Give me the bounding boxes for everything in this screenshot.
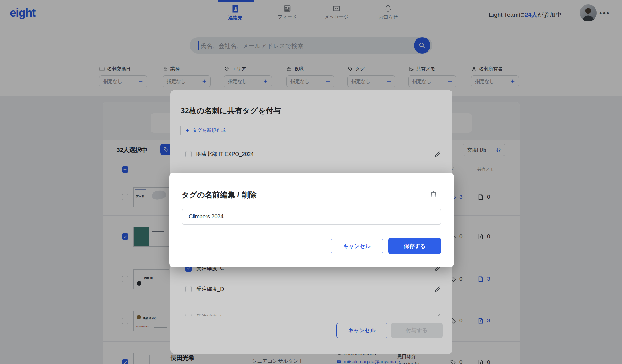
- save-button[interactable]: 保存する: [388, 238, 441, 254]
- edit-tag-modal: タグの名前編集 / 削除 キャンセル 保存する: [169, 173, 454, 267]
- app-root: eight 連絡先 フィード メッセージ お知らせ Eight Teamに24人…: [0, 0, 622, 364]
- tag-name-input[interactable]: [182, 209, 441, 225]
- cancel-button[interactable]: キャンセル: [331, 238, 383, 254]
- modal-title: タグの名前編集 / 削除: [182, 190, 257, 200]
- trash-icon[interactable]: [429, 190, 438, 198]
